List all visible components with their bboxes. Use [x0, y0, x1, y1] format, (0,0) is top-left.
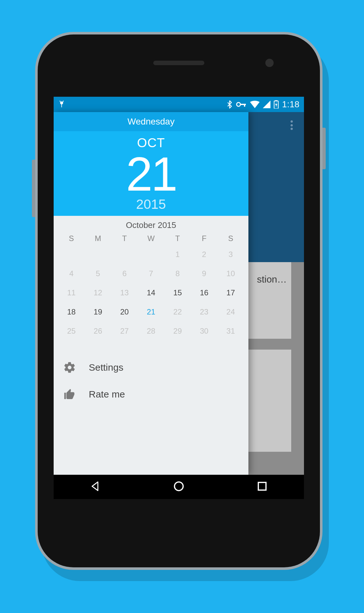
calendar-day[interactable]: 3 — [217, 247, 244, 262]
calendar-day[interactable]: 18 — [58, 304, 85, 320]
calendar-day[interactable]: 23 — [191, 304, 217, 320]
calendar-day-selected[interactable]: 21 — [138, 304, 164, 320]
calendar-day[interactable]: 25 — [58, 323, 85, 339]
calendar-day[interactable]: 4 — [58, 266, 85, 281]
back-button[interactable] — [90, 481, 101, 493]
dow-header: W — [138, 232, 164, 245]
calendar-day — [58, 247, 85, 262]
svg-point-9 — [174, 482, 183, 491]
calendar-day[interactable]: 6 — [111, 266, 138, 281]
svg-rect-6 — [244, 104, 245, 107]
dow-header: S — [58, 232, 85, 245]
calendar-day[interactable]: 2 — [191, 247, 217, 262]
dow-header: F — [191, 232, 217, 245]
calendar-day[interactable]: 1 — [164, 247, 191, 262]
calendar-day[interactable]: 19 — [85, 304, 111, 320]
svg-rect-8 — [275, 100, 277, 101]
calendar-day — [138, 247, 164, 262]
home-button[interactable] — [173, 481, 185, 493]
card-peek-text: stion… — [257, 274, 287, 285]
calendar-day[interactable]: 28 — [138, 323, 164, 339]
status-bar: 1:18 — [54, 97, 304, 112]
calendar-day — [111, 247, 138, 262]
phone-frame: 1:18 stion… Wednesday OCT 21 2015 Octobe… — [35, 32, 322, 570]
calendar-day[interactable]: 14 — [138, 285, 164, 300]
dow-header: T — [164, 232, 191, 245]
wifi-icon — [250, 101, 260, 108]
dow-header: M — [85, 232, 111, 245]
calendar-day[interactable]: 30 — [191, 323, 217, 339]
svg-rect-2 — [59, 101, 61, 102]
calendar-day[interactable]: 5 — [85, 266, 111, 281]
calendar-day[interactable]: 12 — [85, 285, 111, 300]
settings-label: Settings — [89, 362, 123, 373]
drawer-day[interactable]: 21 — [54, 150, 248, 198]
gear-icon — [63, 361, 76, 374]
rate-me-menu-item[interactable]: Rate me — [54, 381, 248, 408]
system-nav-bar — [54, 475, 304, 499]
svg-rect-1 — [61, 104, 62, 107]
calendar-day[interactable]: 17 — [217, 285, 244, 300]
svg-rect-3 — [63, 101, 64, 102]
screen: 1:18 stion… Wednesday OCT 21 2015 Octobe… — [54, 97, 304, 499]
calendar-day[interactable]: 31 — [217, 323, 244, 339]
overflow-menu-button[interactable] — [287, 118, 296, 132]
calendar-day[interactable]: 9 — [191, 266, 217, 281]
calendar-day[interactable]: 15 — [164, 285, 191, 300]
svg-rect-10 — [258, 482, 266, 490]
dow-header: S — [217, 232, 244, 245]
calendar-day[interactable]: 7 — [138, 266, 164, 281]
calendar-day — [85, 247, 111, 262]
rate-me-label: Rate me — [89, 389, 125, 400]
svg-point-4 — [237, 102, 240, 106]
android-debug-icon — [58, 101, 65, 108]
drawer-year[interactable]: 2015 — [54, 197, 248, 212]
calendar-day[interactable]: 8 — [164, 266, 191, 281]
calendar-day[interactable]: 20 — [111, 304, 138, 320]
battery-charging-icon — [274, 100, 279, 109]
dow-header: T — [111, 232, 138, 245]
calendar-day[interactable]: 29 — [164, 323, 191, 339]
settings-menu-item[interactable]: Settings — [54, 354, 248, 381]
nav-drawer: Wednesday OCT 21 2015 October 2015 SMTWT… — [54, 112, 248, 475]
bluetooth-icon — [226, 100, 233, 109]
calendar-day[interactable]: 22 — [164, 304, 191, 320]
signal-icon — [263, 101, 270, 108]
calendar-day[interactable]: 24 — [217, 304, 244, 320]
calendar-day[interactable]: 11 — [58, 285, 85, 300]
calendar-day[interactable]: 16 — [191, 285, 217, 300]
vpn-key-icon — [236, 101, 247, 108]
calendar-day[interactable]: 27 — [111, 323, 138, 339]
thumb-up-icon — [63, 388, 76, 401]
status-clock: 1:18 — [282, 100, 300, 110]
calendar-title: October 2015 — [54, 220, 248, 230]
calendar-day[interactable]: 10 — [217, 266, 244, 281]
drawer-weekday: Wednesday — [54, 112, 248, 131]
drawer-date-hero: OCT 21 2015 — [54, 131, 248, 216]
recents-button[interactable] — [256, 481, 268, 493]
calendar-day[interactable]: 26 — [85, 323, 111, 339]
calendar-day[interactable]: 13 — [111, 285, 138, 300]
